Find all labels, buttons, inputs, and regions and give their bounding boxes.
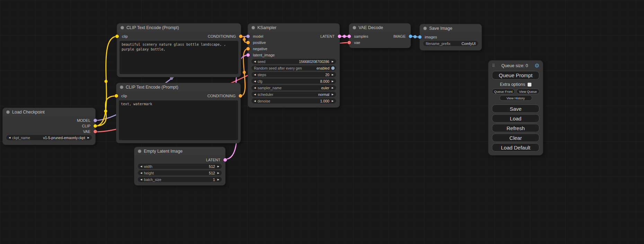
widget-value: 1: [213, 178, 215, 182]
node-collapse-dot[interactable]: [252, 26, 255, 29]
widget-label: height: [144, 171, 154, 175]
link-midpoint-dot: [243, 38, 246, 41]
output-dot-latent[interactable]: [223, 158, 227, 162]
prompt-textarea[interactable]: text, watermark: [119, 100, 238, 140]
output-dot-conditioning[interactable]: [239, 35, 242, 38]
node-collapse-dot[interactable]: [121, 26, 124, 29]
input-dot-images[interactable]: [418, 35, 422, 39]
node-header[interactable]: Empty Latent Image: [134, 147, 225, 155]
output-dot-image[interactable]: [409, 35, 412, 38]
decrement-arrow-icon[interactable]: ◀: [140, 172, 142, 174]
widget-batch-size[interactable]: ◀ batch_size 1 ▶: [138, 177, 222, 182]
input-dot-latent-image[interactable]: [246, 53, 250, 57]
increment-arrow-icon[interactable]: ▶: [332, 80, 334, 82]
input-dot-positive[interactable]: [246, 41, 250, 44]
widget-label: Random seed after every gen: [254, 66, 302, 70]
widget-width[interactable]: ◀ width 512 ▶: [138, 164, 222, 169]
queue-front-button[interactable]: Queue Front: [492, 89, 515, 94]
comfy-menu-panel[interactable]: ⠿ Queue size: 0 ⚙ Queue Prompt Extra opt…: [488, 61, 543, 155]
node-save-image[interactable]: Save Image images filename_prefix ComfyU…: [420, 24, 482, 50]
load-default-button[interactable]: Load Default: [492, 143, 539, 152]
slot-label-images: images: [425, 35, 437, 39]
input-dot-clip[interactable]: [115, 94, 118, 98]
node-title: CLIP Text Encode (Prompt): [126, 25, 179, 30]
node-graph-canvas[interactable]: Load Checkpoint MODEL CLIP VAE ◀ ckpt_na…: [0, 0, 644, 244]
increment-arrow-icon[interactable]: ▶: [332, 100, 334, 102]
widget-sampler-name[interactable]: ◀ sampler_name euler ▶: [252, 85, 336, 90]
node-header[interactable]: Load Checkpoint: [3, 108, 95, 116]
widget-random-seed-toggle[interactable]: Random seed after every gen enabled: [252, 65, 336, 71]
widget-cfg[interactable]: ◀ cfg 8.000 ▶: [252, 79, 336, 84]
increment-arrow-icon[interactable]: ▶: [88, 136, 89, 139]
widget-value: ComfyUI: [461, 42, 476, 46]
input-dot-vae[interactable]: [347, 41, 351, 44]
view-queue-button[interactable]: View Queue: [517, 89, 539, 94]
input-dot-negative[interactable]: [246, 47, 250, 51]
node-collapse-dot[interactable]: [138, 150, 141, 153]
node-collapse-dot[interactable]: [353, 26, 356, 29]
output-dot-latent[interactable]: [338, 35, 341, 38]
decrement-arrow-icon[interactable]: ◀: [254, 93, 256, 96]
increment-arrow-icon[interactable]: ▶: [218, 172, 219, 174]
node-header[interactable]: Save Image: [420, 24, 482, 33]
node-ksampler[interactable]: KSampler model LATENT positive negative …: [248, 24, 339, 107]
node-title: CLIP Text Encode (Prompt): [126, 85, 178, 90]
node-clip-text-encode-negative[interactable]: CLIP Text Encode (Prompt) clip CONDITION…: [116, 83, 240, 143]
widget-ckpt-name[interactable]: ◀ ckpt_name v1-5-pruned-emaonly.ckpt ▶: [6, 135, 92, 140]
node-collapse-dot[interactable]: [120, 85, 123, 89]
decrement-arrow-icon[interactable]: ◀: [140, 165, 142, 168]
widget-steps[interactable]: ◀ steps 20 ▶: [252, 72, 336, 77]
decrement-arrow-icon[interactable]: ◀: [254, 60, 256, 63]
node-vae-decode[interactable]: VAE Decode samples IMAGE vae: [349, 24, 411, 48]
increment-arrow-icon[interactable]: ▶: [332, 73, 334, 76]
queue-prompt-button[interactable]: Queue Prompt: [492, 71, 539, 80]
extra-options-checkbox[interactable]: [528, 83, 531, 87]
clear-button[interactable]: Clear: [492, 134, 539, 142]
settings-gear-icon[interactable]: ⚙: [535, 63, 539, 69]
output-dot-clip[interactable]: [94, 124, 97, 128]
output-dot-model[interactable]: [94, 119, 97, 122]
drag-handle-icon[interactable]: ⠿: [492, 63, 495, 68]
refresh-button[interactable]: Refresh: [492, 124, 539, 132]
node-empty-latent-image[interactable]: Empty Latent Image LATENT ◀ width 512 ▶ …: [134, 147, 225, 185]
increment-arrow-icon[interactable]: ▶: [332, 87, 334, 89]
slot-row: clip CONDITIONING: [117, 33, 241, 39]
input-dot-clip[interactable]: [115, 35, 119, 38]
slot-row: negative: [248, 46, 339, 52]
decrement-arrow-icon[interactable]: ◀: [140, 178, 142, 181]
decrement-arrow-icon[interactable]: ◀: [9, 136, 10, 139]
widget-height[interactable]: ◀ height 512 ▶: [138, 170, 222, 175]
increment-arrow-icon[interactable]: ▶: [332, 60, 334, 63]
node-collapse-dot[interactable]: [423, 27, 427, 30]
node-header[interactable]: KSampler: [248, 24, 339, 32]
widget-seed[interactable]: ◀ seed 156680208700286 ▶: [252, 59, 336, 64]
widget-scheduler[interactable]: ◀ scheduler normal ▶: [252, 92, 336, 97]
slot-row: samples IMAGE: [349, 33, 411, 39]
decrement-arrow-icon[interactable]: ◀: [254, 80, 256, 82]
output-dot-conditioning[interactable]: [239, 94, 242, 98]
node-clip-text-encode-positive[interactable]: CLIP Text Encode (Prompt) clip CONDITION…: [117, 24, 241, 77]
decrement-arrow-icon[interactable]: ◀: [254, 100, 256, 102]
load-button[interactable]: Load: [492, 114, 539, 123]
decrement-arrow-icon[interactable]: ◀: [254, 73, 256, 76]
decrement-arrow-icon[interactable]: ◀: [254, 87, 256, 89]
node-load-checkpoint[interactable]: Load Checkpoint MODEL CLIP VAE ◀ ckpt_na…: [3, 108, 95, 145]
node-header[interactable]: CLIP Text Encode (Prompt): [116, 83, 240, 91]
node-collapse-dot[interactable]: [6, 110, 10, 114]
widget-denoise[interactable]: ◀ denoise 1.000 ▶: [252, 98, 336, 103]
output-dot-vae[interactable]: [94, 130, 97, 133]
increment-arrow-icon[interactable]: ▶: [332, 93, 334, 96]
slot-label-conditioning: CONDITIONING: [208, 94, 236, 98]
view-history-button[interactable]: View History: [500, 95, 532, 101]
node-header[interactable]: CLIP Text Encode (Prompt): [117, 24, 241, 32]
slot-row: images: [420, 34, 482, 40]
input-dot-model[interactable]: [246, 35, 250, 38]
increment-arrow-icon[interactable]: ▶: [218, 165, 219, 168]
save-button[interactable]: Save: [492, 105, 539, 113]
node-header[interactable]: VAE Decode: [349, 24, 411, 32]
input-dot-samples[interactable]: [347, 35, 351, 38]
toggle-knob-icon[interactable]: [331, 66, 335, 70]
prompt-textarea[interactable]: beautiful scenery nature glass bottle la…: [120, 41, 238, 74]
increment-arrow-icon[interactable]: ▶: [218, 178, 219, 181]
widget-filename-prefix[interactable]: filename_prefix ComfyUI: [423, 41, 478, 46]
